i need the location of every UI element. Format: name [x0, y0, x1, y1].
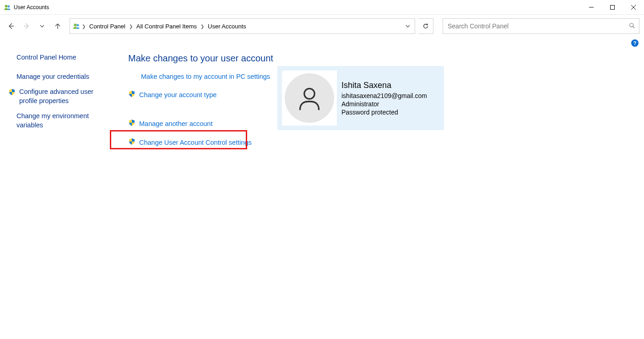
- shield-icon: [128, 119, 135, 128]
- help-row: ?: [0, 38, 644, 47]
- address-bar[interactable]: ❯ Control Panel ❯ All Control Panel Item…: [70, 18, 415, 34]
- avatar-placeholder-icon: [285, 73, 334, 123]
- svg-line-11: [633, 26, 635, 28]
- svg-point-1: [8, 5, 10, 7]
- maximize-button[interactable]: [602, 0, 623, 15]
- sidebar-item-label: Configure advanced user profile properti…: [19, 87, 105, 105]
- breadcrumb-user-accounts[interactable]: User Accounts: [206, 23, 248, 30]
- refresh-button[interactable]: [418, 18, 433, 34]
- sidebar-item-label: Control Panel Home: [16, 53, 76, 62]
- user-protection: Password protected: [341, 109, 427, 116]
- chevron-right-icon: ❯: [82, 24, 86, 29]
- search-icon: [629, 22, 635, 30]
- sidebar-control-panel-home[interactable]: Control Panel Home: [7, 49, 105, 64]
- action-link-label: Change User Account Control settings: [139, 139, 252, 146]
- search-input[interactable]: [447, 22, 629, 30]
- forward-button[interactable]: [20, 20, 33, 33]
- chevron-right-icon: ❯: [129, 24, 133, 29]
- user-name: Ishita Saxena: [341, 81, 427, 90]
- recent-locations-button[interactable]: [36, 20, 49, 33]
- titlebar: User Accounts: [0, 0, 644, 15]
- sidebar-item-label: Change my environment variables: [16, 112, 105, 130]
- window-title: User Accounts: [14, 4, 49, 11]
- svg-point-8: [74, 24, 77, 27]
- minimize-button[interactable]: [581, 0, 602, 15]
- action-link-label: Make changes to my account in PC setting…: [141, 73, 270, 80]
- breadcrumb-label: All Control Panel Items: [136, 23, 197, 30]
- breadcrumb-control-panel[interactable]: Control Panel: [87, 23, 127, 30]
- link-change-uac-settings[interactable]: Change User Account Control settings: [128, 138, 644, 147]
- breadcrumb-label: User Accounts: [208, 23, 246, 30]
- action-link-label: Manage another account: [139, 120, 212, 127]
- page-heading: Make changes to your user account: [128, 53, 644, 64]
- shield-icon: [128, 138, 135, 147]
- toolbar: ❯ Control Panel ❯ All Control Panel Item…: [0, 15, 644, 38]
- svg-point-0: [5, 5, 8, 7]
- sidebar-configure-advanced-profile[interactable]: Configure advanced user profile properti…: [7, 83, 105, 107]
- content-area: Control Panel Home Manage your credentia…: [0, 47, 644, 157]
- breadcrumb-label: Control Panel: [89, 23, 125, 30]
- main-panel: Make changes to your user account Make c…: [110, 47, 644, 157]
- sidebar: Control Panel Home Manage your credentia…: [0, 47, 110, 157]
- svg-rect-3: [611, 5, 615, 9]
- breadcrumb-all-items[interactable]: All Control Panel Items: [135, 23, 199, 30]
- address-dropdown-button[interactable]: [404, 23, 412, 30]
- svg-point-10: [630, 23, 633, 27]
- avatar: [282, 71, 337, 126]
- user-role: Administrator: [341, 100, 427, 108]
- user-accounts-icon: [73, 22, 80, 30]
- close-button[interactable]: [623, 0, 644, 15]
- back-button[interactable]: [5, 20, 17, 33]
- user-email: ishitasaxena2109@gmail.com: [341, 92, 427, 99]
- up-button[interactable]: [51, 20, 64, 33]
- shield-icon: [128, 90, 135, 99]
- shield-icon: [7, 87, 16, 96]
- action-link-label: Change your account type: [139, 91, 216, 98]
- chevron-right-icon: ❯: [200, 24, 204, 29]
- svg-point-9: [77, 24, 79, 27]
- svg-point-12: [304, 88, 315, 99]
- user-info: Ishita Saxena ishitasaxena2109@gmail.com…: [341, 81, 427, 116]
- help-icon[interactable]: ?: [631, 39, 639, 47]
- sidebar-manage-credentials[interactable]: Manage your credentials: [7, 64, 105, 83]
- sidebar-item-label: Manage your credentials: [16, 72, 89, 82]
- user-accounts-icon: [4, 4, 11, 11]
- search-box[interactable]: [443, 18, 639, 34]
- sidebar-change-env-vars[interactable]: Change my environment variables: [7, 107, 105, 131]
- user-card: Ishita Saxena ishitasaxena2109@gmail.com…: [277, 66, 444, 130]
